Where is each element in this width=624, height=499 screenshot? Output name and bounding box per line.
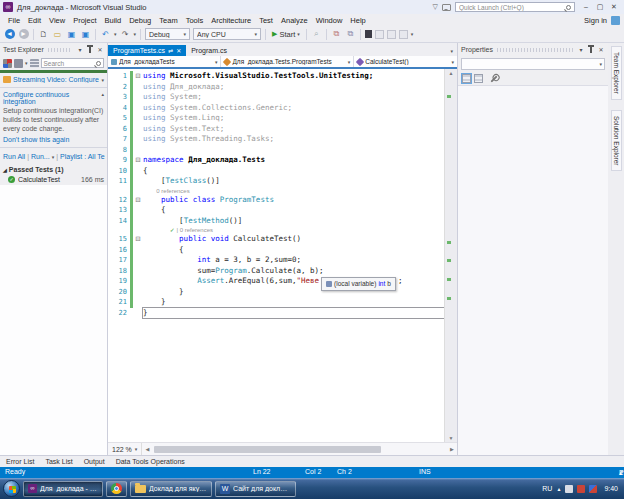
code-line[interactable]: 9⊟namespace Для_доклада.Tests [108,155,444,166]
fold-toggle[interactable]: ⊟ [133,234,143,245]
taskbar-chrome[interactable] [106,481,127,497]
close-tab-icon[interactable]: ✕ [176,47,181,54]
tab-program[interactable]: Program.cs [186,45,232,56]
menu-item-debug[interactable]: Debug [125,16,155,25]
redo-icon[interactable]: ↷ [120,28,131,41]
maximize-button[interactable]: ▢ [593,3,607,11]
panel-menu-icon[interactable]: ▾ [577,46,585,53]
tray-icon[interactable] [589,485,597,493]
code-line[interactable]: 13{ [108,205,444,216]
menu-item-analyze[interactable]: Analyze [277,16,312,25]
fold-toggle[interactable]: ⊟ [133,195,143,206]
save-all-icon[interactable]: ▣ [80,28,91,41]
open-file-icon[interactable]: ▭ [52,28,63,41]
code-line[interactable]: 1⊟using Microsoft.VisualStudio.TestTools… [108,71,444,82]
close-icon[interactable]: ✕ [96,46,104,53]
dismiss-link[interactable]: Don't show this again [0,134,107,145]
scroll-left-icon[interactable]: ◀ [142,443,152,455]
categorized-icon[interactable] [462,74,471,83]
side-tab-solution-explorer[interactable]: Solution Explorer [611,110,622,172]
menu-item-window[interactable]: Window [312,16,347,25]
close-icon[interactable]: ✕ [597,46,605,53]
close-button[interactable]: ✕ [607,3,621,11]
undo-dropdown[interactable]: ▾ [114,31,117,37]
comment-icon[interactable] [375,30,384,39]
menu-item-tools[interactable]: Tools [182,16,208,25]
start-debug-button[interactable]: ▶ Start ▾ [270,30,302,39]
property-pages-icon[interactable] [490,75,497,82]
playlist-icon[interactable] [30,59,39,68]
horizontal-scrollbar[interactable]: ◀ ▶ [142,443,457,455]
code-line[interactable]: 14[TestMethod()] [108,216,444,227]
bottom-tab-data-tools-operations[interactable]: Data Tools Operations [116,458,185,465]
uncomment-icon[interactable] [387,30,396,39]
expander-icon[interactable]: ◢ [3,167,7,173]
redo-dropdown[interactable]: ▾ [134,31,137,37]
bottom-tab-error-list[interactable]: Error List [6,458,34,465]
menu-item-build[interactable]: Build [101,16,126,25]
tab-list-dropdown[interactable]: ▾ [446,48,457,56]
scroll-right-icon[interactable]: ▶ [447,443,457,455]
menu-item-project[interactable]: Project [69,16,100,25]
panel-menu-icon[interactable]: ▾ [76,46,84,53]
clock[interactable]: 9:40 [601,485,621,492]
code-line[interactable]: 22} [108,308,444,319]
code-line[interactable]: 19Assert.AreEqual(6,sum,"Неве(local vari… [108,276,444,287]
menu-item-test[interactable]: Test [255,16,277,25]
tray-icon[interactable] [577,485,585,493]
menu-item-architecture[interactable]: Architecture [207,16,255,25]
build-icon[interactable]: ⧉ [331,28,342,41]
minimize-button[interactable]: – [579,3,593,11]
passed-tests-group[interactable]: ◢ Passed Tests (1) [0,163,107,174]
undo-icon[interactable]: ↶ [100,28,111,41]
code-line[interactable]: 21} [108,297,444,308]
streaming-video-banner[interactable]: Streaming Video: Configure co ▾ [0,73,107,85]
bottom-tab-task-list[interactable]: Task List [45,458,72,465]
side-tab-team-explorer[interactable]: Team Explorer [611,46,622,100]
scrollbar-thumb[interactable] [154,446,381,453]
code-line[interactable]: 18sum=Program.Calculate(a, b); [108,266,444,277]
menu-item-view[interactable]: View [45,16,69,25]
scroll-up-icon[interactable]: ▲ [445,70,457,76]
filter-icon[interactable]: ▽ [433,3,438,11]
menu-item-help[interactable]: Help [346,16,369,25]
pin-icon[interactable] [89,47,91,53]
pin-icon[interactable] [590,47,592,53]
taskbar-visual-studio[interactable]: ∞ Для_доклада - Mic... [23,481,103,497]
code-line[interactable]: 7using System.Threading.Tasks; [108,134,444,145]
sign-in-link[interactable]: Sign in [584,16,607,25]
start-button[interactable] [3,480,20,497]
code-line[interactable]: 5using System.Linq; [108,113,444,124]
fold-toggle[interactable]: ⊟ [133,155,143,166]
fold-toggle[interactable]: ⊟ [133,71,143,82]
alphabetical-icon[interactable] [474,74,483,83]
promote-tab-icon[interactable]: ⇄ [168,47,173,54]
playlist-link[interactable]: Playlist : All Te [60,153,105,160]
save-icon[interactable]: ▣ [66,28,77,41]
code-line[interactable]: 6using System.Text; [108,124,444,135]
quick-launch-input[interactable]: Quick Launch (Ctrl+Q) [455,2,575,12]
scroll-down-icon[interactable]: ▼ [445,435,457,441]
bookmark-flag-icon[interactable] [365,30,372,38]
code-line[interactable]: 17int a = 3, b = 2,sum=0; [108,255,444,266]
test-explorer-header[interactable]: Test Explorer ▾ ✕ [0,43,107,56]
object-selector-dropdown[interactable]: ▾ [461,58,605,70]
group-by-dropdown[interactable]: ▾ [25,60,28,66]
code-lines[interactable]: 1⊟using Microsoft.VisualStudio.TestTools… [108,69,444,442]
banner-link[interactable]: Streaming Video: Configure co [13,76,99,83]
feedback-icon[interactable] [442,4,451,11]
find-icon[interactable]: ⌕ [311,28,322,41]
code-line[interactable]: 2using Для_доклада; [108,82,444,93]
code-line[interactable]: 3using System; [108,92,444,103]
collapse-icon[interactable]: ▴ [101,91,104,105]
class-dropdown[interactable]: Для_доклада.Tests.ProgramTests ▾ [221,56,354,67]
member-dropdown[interactable]: CalculateTest() ▾ [354,56,457,67]
project-dropdown[interactable]: Для_докладаTests ▾ [108,56,221,67]
menu-item-edit[interactable]: Edit [24,16,45,25]
menu-item-team[interactable]: Team [155,16,181,25]
code-line[interactable]: 15⊟public void CalculateTest() [108,234,444,245]
code-line[interactable]: 16{ [108,245,444,256]
run-menu-link[interactable]: Run... [31,153,50,160]
properties-header[interactable]: Properties ▾ ✕ [458,43,608,56]
show-hidden-icons[interactable]: ▲ [556,486,561,492]
